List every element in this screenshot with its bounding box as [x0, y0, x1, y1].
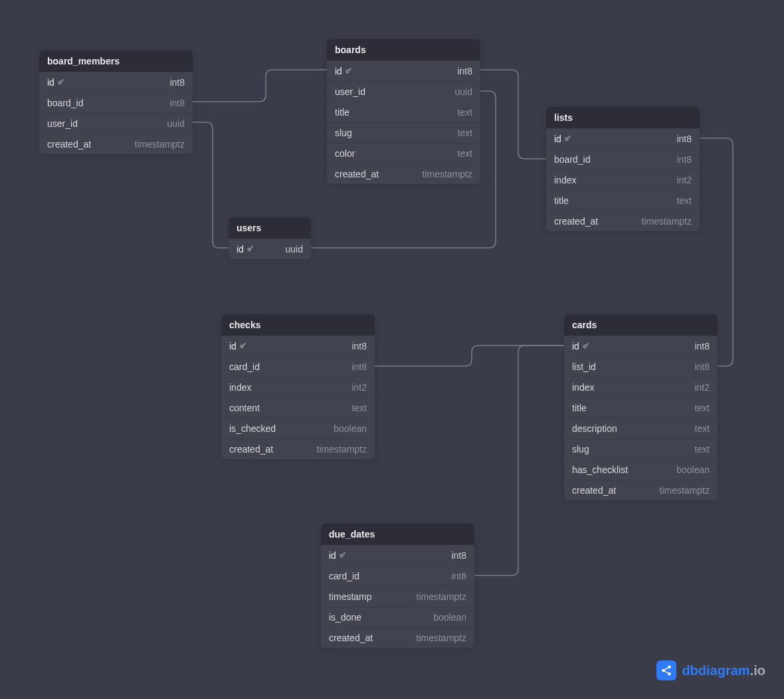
column-row[interactable]: idint8	[39, 72, 193, 92]
column-name: created_at	[229, 444, 273, 454]
share-icon	[656, 660, 676, 680]
column-name: is_done	[329, 612, 361, 623]
column-row[interactable]: card_idint8	[321, 565, 474, 586]
column-name: board_id	[554, 154, 591, 165]
column-type: uuid	[455, 86, 472, 97]
column-type: text	[351, 403, 367, 413]
key-icon	[246, 244, 254, 254]
column-type: boolean	[334, 423, 367, 434]
column-row[interactable]: created_attimestamptz	[327, 163, 480, 184]
key-icon	[564, 134, 572, 144]
column-row[interactable]: indexint2	[564, 377, 718, 397]
column-row[interactable]: titletext	[327, 102, 480, 122]
table-header[interactable]: users	[229, 217, 311, 239]
column-row[interactable]: timestamptimestamptz	[321, 586, 474, 607]
key-icon	[339, 550, 347, 561]
column-row[interactable]: list_idint8	[564, 356, 718, 377]
column-type: uuid	[286, 244, 303, 254]
column-type: int2	[694, 382, 710, 393]
column-row[interactable]: idint8	[321, 545, 474, 565]
svg-point-8	[662, 669, 666, 672]
column-row[interactable]: slugtext	[327, 122, 480, 143]
column-row[interactable]: indexint2	[546, 169, 700, 190]
column-row[interactable]: created_attimestamptz	[221, 439, 375, 459]
column-type: text	[694, 423, 710, 434]
column-row[interactable]: has_checklistboolean	[564, 459, 718, 480]
column-row[interactable]: colortext	[327, 143, 480, 163]
column-type: timestamptz	[642, 216, 692, 227]
column-type: text	[457, 148, 472, 159]
column-type: int8	[694, 361, 710, 372]
table-board_members[interactable]: board_membersidint8board_idint8user_iduu…	[39, 50, 193, 154]
table-header[interactable]: checks	[221, 314, 375, 336]
column-row[interactable]: indexint2	[221, 377, 375, 397]
column-name: index	[572, 382, 594, 393]
table-users[interactable]: usersiduuid	[229, 217, 311, 259]
table-lists[interactable]: listsidint8board_idint8indexint2titletex…	[546, 107, 700, 231]
column-type: text	[694, 403, 710, 413]
column-row[interactable]: is_checkedboolean	[221, 418, 375, 439]
column-type: timestamptz	[135, 139, 185, 150]
watermark: dbdiagram.io	[656, 660, 765, 680]
column-row[interactable]: titletext	[546, 190, 700, 211]
column-type: int8	[351, 361, 367, 372]
column-row[interactable]: created_attimestamptz	[564, 480, 718, 500]
table-header[interactable]: cards	[564, 314, 718, 336]
table-boards[interactable]: boardsidint8user_iduuidtitletextslugtext…	[327, 39, 480, 184]
column-name: card_id	[229, 361, 260, 372]
column-name: card_id	[329, 571, 359, 581]
column-row[interactable]: created_attimestamptz	[321, 627, 474, 648]
column-row[interactable]: board_idint8	[546, 149, 700, 169]
table-checks[interactable]: checksidint8card_idint8indexint2contentt…	[221, 314, 375, 459]
watermark-prefix: dbdiagram	[682, 663, 749, 678]
table-cards[interactable]: cardsidint8list_idint8indexint2titletext…	[564, 314, 718, 500]
column-row[interactable]: idint8	[327, 60, 480, 81]
column-name: id	[572, 341, 590, 351]
column-row[interactable]: idint8	[221, 336, 375, 356]
svg-point-9	[668, 672, 672, 676]
column-name: board_id	[47, 98, 84, 108]
column-row[interactable]: card_idint8	[221, 356, 375, 377]
table-header[interactable]: boards	[327, 39, 480, 60]
column-name: id	[329, 550, 347, 561]
column-row[interactable]: contenttext	[221, 397, 375, 418]
column-name: color	[335, 148, 355, 159]
column-name: created_at	[329, 633, 373, 643]
column-row[interactable]: user_iduuid	[327, 81, 480, 102]
column-row[interactable]: created_attimestamptz	[546, 211, 700, 231]
column-name: id	[47, 77, 65, 88]
column-row[interactable]: idint8	[564, 336, 718, 356]
column-row[interactable]: is_doneboolean	[321, 607, 474, 627]
column-type: int2	[351, 382, 367, 393]
column-row[interactable]: titletext	[564, 397, 718, 418]
column-name: id	[229, 341, 247, 351]
column-type: int8	[451, 571, 466, 581]
column-type: timestamptz	[660, 485, 710, 496]
column-row[interactable]: user_iduuid	[39, 113, 193, 134]
key-icon	[57, 77, 65, 88]
column-name: title	[335, 107, 349, 118]
key-icon	[239, 341, 247, 351]
column-type: text	[457, 128, 472, 138]
column-type: boolean	[676, 464, 710, 475]
column-name: created_at	[554, 216, 598, 227]
table-header[interactable]: due_dates	[321, 524, 474, 545]
column-row[interactable]: iduuid	[229, 239, 311, 259]
column-row[interactable]: idint8	[546, 128, 700, 149]
column-row[interactable]: created_attimestamptz	[39, 134, 193, 154]
column-name: has_checklist	[572, 464, 628, 475]
column-type: int8	[169, 98, 185, 108]
column-row[interactable]: board_idint8	[39, 92, 193, 113]
column-type: text	[676, 195, 692, 206]
column-name: id	[554, 134, 572, 144]
column-name: user_id	[335, 86, 365, 97]
table-header[interactable]: lists	[546, 107, 700, 128]
column-name: created_at	[572, 485, 616, 496]
column-type: int2	[676, 175, 692, 185]
column-name: user_id	[47, 118, 78, 129]
column-row[interactable]: slugtext	[564, 439, 718, 459]
table-header[interactable]: board_members	[39, 50, 193, 72]
table-due_dates[interactable]: due_datesidint8card_idint8timestamptimes…	[321, 524, 474, 648]
column-row[interactable]: descriptiontext	[564, 418, 718, 439]
svg-point-7	[668, 666, 672, 669]
